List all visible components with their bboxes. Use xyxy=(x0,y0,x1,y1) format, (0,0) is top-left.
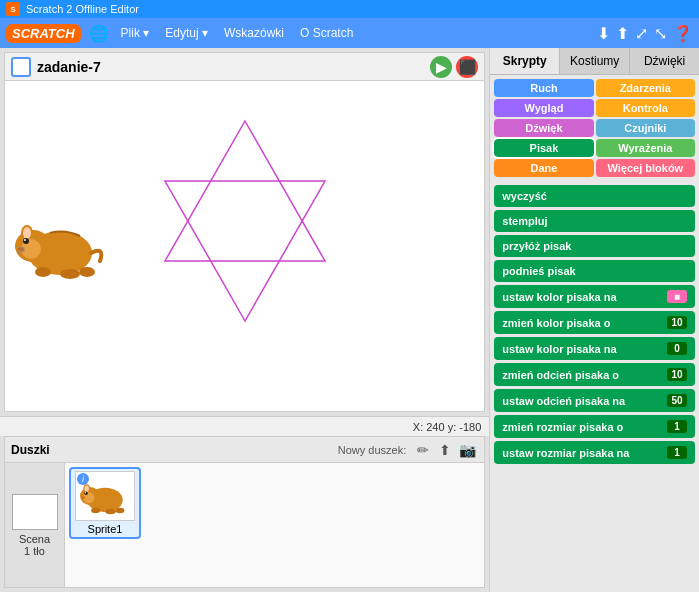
block-ustaw-kolor-na-color[interactable]: ustaw kolor pisaka na ■ xyxy=(494,285,695,308)
right-panel: Skrypty Kostiumy Dźwięki Ruch Zdarzenia … xyxy=(489,48,699,592)
cat-wyglad-button[interactable]: Wygląd xyxy=(494,99,593,117)
blocks-list: wyczyść stempluj przyłóż pisak podnieś p… xyxy=(490,181,699,592)
value-badge-10: 10 xyxy=(667,316,687,329)
menu-edytuj[interactable]: Edytuj ▾ xyxy=(161,24,212,42)
new-sprite-label: Nowy duszek: xyxy=(338,444,406,456)
stage-container: zadanie-7 ▶ ⬛ v439.1 xyxy=(4,52,485,412)
block-podnies-pisak[interactable]: podnieś pisak xyxy=(494,260,695,282)
svg-point-14 xyxy=(60,269,80,279)
block-zmien-kolor-o[interactable]: zmień kolor pisaka o 10 xyxy=(494,311,695,334)
app-title: Scratch 2 Offline Editor xyxy=(26,3,139,15)
sprite-info-icon[interactable]: i xyxy=(77,473,89,485)
stage-title: zadanie-7 xyxy=(37,59,426,75)
sprites-body: Scena 1 tło i xyxy=(5,463,484,587)
sprites-header: Duszki Nowy duszek: ✏ ⬆ 📷 xyxy=(5,437,484,463)
color-badge: ■ xyxy=(667,290,687,303)
cat-ruch-button[interactable]: Ruch xyxy=(494,79,593,97)
sprites-panel: Duszki Nowy duszek: ✏ ⬆ 📷 Scena 1 tło i xyxy=(4,436,485,588)
cat-czujniki-button[interactable]: Czujniki xyxy=(596,119,695,137)
value-badge-1a: 1 xyxy=(667,420,687,433)
svg-marker-0 xyxy=(165,121,325,261)
left-panel: zadanie-7 ▶ ⬛ v439.1 xyxy=(0,48,489,592)
cat-zdarzenia-button[interactable]: Zdarzenia xyxy=(596,79,695,97)
upload-sprite-button[interactable]: ⬆ xyxy=(434,439,456,461)
sprites-title: Duszki xyxy=(11,443,338,457)
svg-point-22 xyxy=(85,492,86,493)
svg-marker-1 xyxy=(165,181,325,321)
green-flag-button[interactable]: ▶ xyxy=(430,56,452,78)
block-ustaw-rozmiar-na[interactable]: ustaw rozmiar pisaka na 1 xyxy=(494,441,695,464)
upload-icon[interactable]: ⬆ xyxy=(616,24,629,43)
svg-point-25 xyxy=(105,509,116,515)
coords-bar: X: 240 y: -180 xyxy=(0,416,489,436)
block-stempluj[interactable]: stempluj xyxy=(494,210,695,232)
camera-sprite-button[interactable]: 📷 xyxy=(456,439,478,461)
tab-dzwieki[interactable]: Dźwięki xyxy=(630,48,699,74)
svg-point-15 xyxy=(79,267,95,277)
star-drawing xyxy=(135,111,355,331)
category-grid: Ruch Zdarzenia Wygląd Kontrola Dźwięk Cz… xyxy=(490,75,699,181)
stage-icon xyxy=(11,57,31,77)
menu-wskazowki[interactable]: Wskazówki xyxy=(220,24,288,42)
block-ustaw-kolor-na-0[interactable]: ustaw kolor pisaka na 0 xyxy=(494,337,695,360)
titlebar: S Scratch 2 Offline Editor xyxy=(0,0,699,18)
svg-point-24 xyxy=(91,508,100,514)
svg-point-23 xyxy=(82,497,85,499)
value-badge-0: 0 xyxy=(667,342,687,355)
scene-thumbnail xyxy=(12,494,58,530)
sprite-thumbnail: i xyxy=(75,471,135,521)
block-zmien-rozmiar-o[interactable]: zmień rozmiar pisaka o 1 xyxy=(494,415,695,438)
download-icon[interactable]: ⬇ xyxy=(597,24,610,43)
svg-point-19 xyxy=(84,485,88,492)
cat-dzwiek-button[interactable]: Dźwięk xyxy=(494,119,593,137)
tab-skrypty[interactable]: Skrypty xyxy=(490,48,560,74)
block-wyczsc[interactable]: wyczyść xyxy=(494,185,695,207)
svg-point-13 xyxy=(35,267,51,277)
block-ustaw-odcien-na[interactable]: ustaw odcień pisaka na 50 xyxy=(494,389,695,412)
value-badge-10b: 10 xyxy=(667,368,687,381)
help-icon[interactable]: ❓ xyxy=(673,24,693,43)
cat-wyrazenia-button[interactable]: Wyrażenia xyxy=(596,139,695,157)
hamster-sprite xyxy=(15,211,105,281)
sprite-list: i xyxy=(65,463,484,587)
menubar-tools: ⬇ ⬆ ⤢ ⤡ ❓ xyxy=(597,24,693,43)
block-przyloz-pisak[interactable]: przyłóż pisak xyxy=(494,235,695,257)
svg-point-8 xyxy=(24,239,26,241)
stage-canvas[interactable] xyxy=(5,81,484,411)
cat-kontrola-button[interactable]: Kontrola xyxy=(596,99,695,117)
shrink-icon[interactable]: ⤡ xyxy=(654,24,667,43)
app-icon: S xyxy=(6,2,20,16)
cat-wiecejblokow-button[interactable]: Więcej bloków xyxy=(596,159,695,177)
svg-point-21 xyxy=(84,492,87,495)
block-zmien-odcien-o[interactable]: zmień odcień pisaka o 10 xyxy=(494,363,695,386)
menu-o-scratch[interactable]: O Scratch xyxy=(296,24,357,42)
svg-point-7 xyxy=(23,238,29,244)
value-badge-1b: 1 xyxy=(667,446,687,459)
cat-pisak-button[interactable]: Pisak xyxy=(494,139,593,157)
fullscreen-icon[interactable]: ⤢ xyxy=(635,24,648,43)
menu-plik[interactable]: Plik ▾ xyxy=(117,24,154,42)
menubar: SCRATCH 🌐 Plik ▾ Edytuj ▾ Wskazówki O Sc… xyxy=(0,18,699,48)
scene-label: Scena xyxy=(19,533,50,545)
scene-panel[interactable]: Scena 1 tło xyxy=(5,463,65,587)
paint-sprite-button[interactable]: ✏ xyxy=(412,439,434,461)
stop-button[interactable]: ⬛ xyxy=(456,56,478,78)
sprite-name: Sprite1 xyxy=(88,523,123,535)
scratch-logo: SCRATCH xyxy=(6,24,81,43)
sprite-item[interactable]: i xyxy=(69,467,141,539)
svg-point-26 xyxy=(116,508,125,514)
language-button[interactable]: 🌐 xyxy=(89,24,109,43)
coordinates-text: X: 240 y: -180 xyxy=(413,421,482,433)
stage-header: zadanie-7 ▶ ⬛ xyxy=(5,53,484,81)
main-layout: zadanie-7 ▶ ⬛ v439.1 xyxy=(0,48,699,592)
svg-point-5 xyxy=(23,227,31,239)
cat-dane-button[interactable]: Dane xyxy=(494,159,593,177)
value-badge-50: 50 xyxy=(667,394,687,407)
tab-kostiumy[interactable]: Kostiumy xyxy=(560,48,630,74)
blocks-tabs: Skrypty Kostiumy Dźwięki xyxy=(490,48,699,75)
scene-bg-count: 1 tło xyxy=(24,545,45,557)
